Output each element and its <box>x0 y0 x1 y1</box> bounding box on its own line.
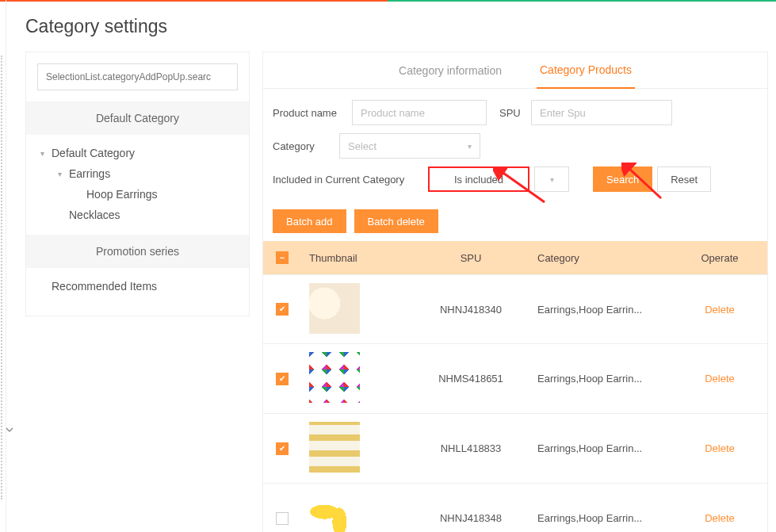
delete-link[interactable]: Delete <box>705 373 735 385</box>
sidebar-block-default-label: Default Category <box>96 112 179 124</box>
search-button[interactable]: Search <box>593 166 652 192</box>
table-row: NHMS418651Earrings,Hoop Earrin...Delete <box>263 344 767 414</box>
reset-button[interactable]: Reset <box>657 166 711 192</box>
included-label: Included in Current Category <box>273 174 423 186</box>
cell-category: Earrings,Hoop Earrin... <box>529 512 672 524</box>
delete-link[interactable]: Delete <box>705 304 735 316</box>
batch-delete-button[interactable]: Batch delete <box>354 209 438 233</box>
tree-node-label: Recommended Items <box>52 280 157 293</box>
row-checkbox[interactable] <box>276 373 289 385</box>
tree-root-label: Default Category <box>52 147 135 159</box>
tree-node-necklaces[interactable]: Necklaces <box>53 205 249 225</box>
filters: Product name SPU Category Select ▾ <box>263 89 767 209</box>
category-select-placeholder: Select <box>348 140 377 152</box>
sidebar: Default Category ▾ Default Category ▾ Ea… <box>25 52 250 316</box>
cell-spu: NHNJ418348 <box>412 512 529 524</box>
tab-label: Category information <box>399 64 502 77</box>
tree-root[interactable]: ▾ Default Category <box>36 143 249 163</box>
table-header: Thumbnail SPU Category Operate <box>263 241 767 274</box>
cell-spu: NHNJ418340 <box>412 304 529 316</box>
nav-gutter <box>0 0 14 532</box>
product-name-input[interactable] <box>352 100 487 125</box>
included-select-value: Is included <box>454 174 503 186</box>
category-select[interactable]: Select ▾ <box>339 133 480 159</box>
batch-delete-label: Batch delete <box>368 216 425 228</box>
select-all-checkbox[interactable] <box>276 251 289 264</box>
product-thumbnail <box>309 283 360 334</box>
delete-link[interactable]: Delete <box>705 512 735 524</box>
batch-add-button[interactable]: Batch add <box>273 209 346 233</box>
chevron-down-icon: ▾ <box>468 142 472 151</box>
product-thumbnail <box>309 492 360 532</box>
sidebar-search-field[interactable] <box>46 71 229 82</box>
main-panel: Category information Category Products P… <box>262 52 768 532</box>
product-name-label: Product name <box>273 107 344 119</box>
cell-category: Earrings,Hoop Earrin... <box>529 442 672 454</box>
sidebar-block-default[interactable]: Default Category <box>26 101 249 135</box>
cell-spu: NHLL418833 <box>412 442 529 454</box>
table-row: NHLL418833Earrings,Hoop Earrin...Delete <box>263 414 767 484</box>
th-category: Category <box>529 252 672 264</box>
spu-label: SPU <box>499 107 523 119</box>
row-checkbox[interactable] <box>276 442 289 455</box>
recommended-section: Recommended Items <box>26 273 249 300</box>
chevron-down-icon: ▾ <box>550 175 554 184</box>
included-extra-select[interactable]: ▾ <box>534 166 569 192</box>
tree-node-hoop-earrings[interactable]: Hoop Earrings <box>71 184 249 205</box>
product-thumbnail <box>309 422 360 473</box>
sidebar-block-promotion[interactable]: Promotion series <box>26 235 249 268</box>
th-operate: Operate <box>672 252 767 264</box>
delete-link[interactable]: Delete <box>705 442 735 454</box>
caret-down-icon: ▾ <box>40 149 52 158</box>
th-spu: SPU <box>412 252 529 264</box>
spu-field[interactable] <box>540 107 663 119</box>
cell-category: Earrings,Hoop Earrin... <box>529 304 672 316</box>
caret-down-icon: ▾ <box>58 170 69 178</box>
sidebar-block-promotion-label: Promotion series <box>96 245 179 258</box>
category-tree: ▾ Default Category ▾ Earrings Hoop Earri… <box>26 140 249 228</box>
tab-label: Category Products <box>540 63 632 76</box>
products-table: Thumbnail SPU Category Operate NHNJ41834… <box>263 241 767 532</box>
reset-button-label: Reset <box>671 174 698 186</box>
sidebar-search-input[interactable] <box>37 63 238 90</box>
th-thumbnail: Thumbnail <box>301 252 412 264</box>
gutter-chevron-down-icon[interactable] <box>4 424 15 435</box>
spu-input[interactable] <box>531 100 672 125</box>
row-checkbox[interactable] <box>276 303 289 316</box>
row-checkbox[interactable] <box>276 512 289 525</box>
page-title: Category settings <box>25 16 776 37</box>
tree-node-label: Necklaces <box>69 209 120 221</box>
tab-category-products[interactable]: Category Products <box>537 52 635 89</box>
tree-node-recommended[interactable]: Recommended Items <box>36 276 249 297</box>
cell-spu: NHMS418651 <box>412 373 529 385</box>
tree-node-label: Hoop Earrings <box>86 188 158 201</box>
product-name-field[interactable] <box>361 107 478 119</box>
batch-add-label: Batch add <box>286 216 333 228</box>
batch-actions: Batch add Batch delete <box>263 209 767 241</box>
cell-category: Earrings,Hoop Earrin... <box>529 373 672 385</box>
tree-node-earrings[interactable]: ▾ Earrings <box>53 163 249 184</box>
tree-node-label: Earrings <box>69 167 110 180</box>
table-row: NHNJ418340Earrings,Hoop Earrin...Delete <box>263 274 767 344</box>
included-select[interactable]: Is included <box>428 166 529 192</box>
tabs: Category information Category Products <box>263 52 767 89</box>
tab-category-information[interactable]: Category information <box>396 52 505 89</box>
table-row: NHNJ418348Earrings,Hoop Earrin...Delete <box>263 484 767 532</box>
category-label: Category <box>273 140 320 152</box>
product-thumbnail <box>309 352 360 403</box>
search-button-label: Search <box>606 174 639 186</box>
